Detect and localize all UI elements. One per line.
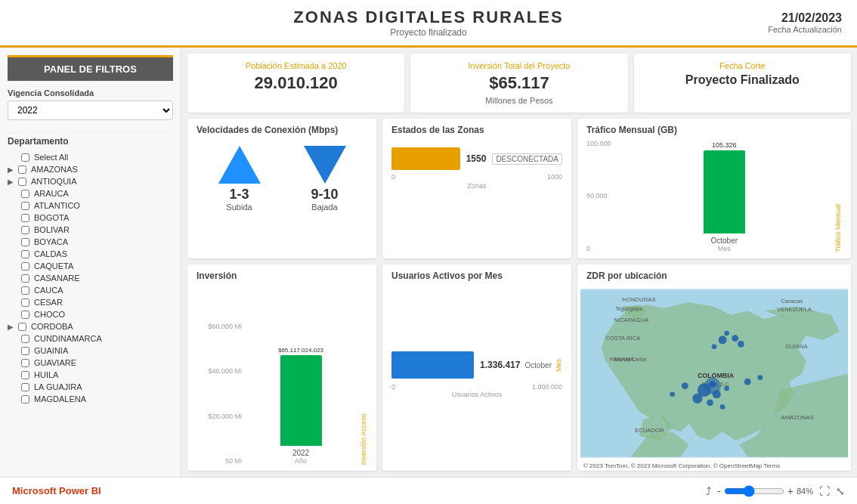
estado-bar-row: 1550 DESCONECTADA (391, 147, 562, 170)
zoom-slider[interactable] (724, 485, 784, 497)
svg-text:Tegucigalpa: Tegucigalpa (615, 306, 642, 312)
velocidades-title: Velocidades de Conexión (Mbps) (196, 125, 367, 135)
vel-subida: 1-3 Subida (218, 146, 261, 212)
subida-value: 1-3 (218, 187, 261, 203)
estados-title: Estados de las Zonas (391, 125, 562, 135)
footer: Microsoft Power BI ⤴ - + 84% ⛶ ⤡ (0, 477, 857, 504)
inversion-card: Inversión $60.000 Mi $40.000 Mi $20.000 … (187, 264, 376, 471)
kpi-fecha: Fecha Corte Proyecto Finalizado (634, 54, 851, 113)
panel-title: PANEL DE FILTROS (8, 55, 173, 81)
fecha-label: Fecha Corte (645, 61, 840, 70)
dept-checkbox[interactable] (21, 371, 29, 379)
dept-item: CAUCA (8, 284, 173, 296)
dept-label: Departamento (8, 136, 173, 147)
content-area: Población Estimada a 2020 29.010.120 Inv… (181, 48, 857, 477)
zoom-value: 84% (797, 487, 813, 496)
velocidades-card: Velocidades de Conexión (Mbps) 1-3 Subid… (187, 119, 376, 258)
dept-item: CALDAS (8, 248, 173, 260)
svg-point-15 (732, 335, 738, 342)
usuarios-bar-row: 1.336.417 October Mes (391, 351, 562, 379)
pbi-link[interactable]: Microsoft Power BI (12, 485, 101, 496)
date-block: 21/02/2023 Fecha Actualización (729, 11, 842, 34)
inversion-label: Inversión Total del Proyecto (421, 61, 617, 70)
axis-start: 0 (391, 173, 395, 181)
dept-checkbox[interactable] (21, 359, 29, 367)
svg-point-16 (724, 330, 729, 335)
dept-checkbox[interactable] (21, 238, 29, 246)
inversion-bar-year: 2022 (292, 449, 309, 457)
dept-name: CASANARE (34, 274, 80, 283)
trafico-y-label: Tráfico Mensual (834, 140, 842, 252)
vigencia-select[interactable]: 2022202120202019 (8, 100, 173, 120)
poblacion-value: 29.010.120 (198, 73, 394, 93)
dept-item: CUNDINAMARCA (8, 332, 173, 345)
dept-checkbox[interactable] (18, 165, 26, 174)
page-title: ZONAS DIGITALES RURALES (128, 8, 729, 27)
dept-checkbox[interactable] (21, 383, 29, 391)
dept-checkbox[interactable] (21, 214, 29, 222)
dept-name: CORDOBA (31, 322, 73, 331)
header: ZONAS DIGITALES RURALES Proyecto finaliz… (0, 0, 857, 48)
usuarios-card: Usuarios Activos por Mes 1.336.417 Octob… (382, 264, 571, 471)
trafico-bar-month: October (710, 237, 738, 245)
trafico-chart-area: 100.000 50.000 0 105.326 October Mes Trá… (586, 140, 842, 252)
estado-bar (391, 147, 460, 170)
usuarios-chart-area: 1.336.417 October Mes 0 1.000.000 Usuari… (391, 286, 562, 465)
dept-checkbox[interactable] (21, 298, 29, 307)
dept-name: GUAINIA (34, 346, 68, 355)
axis-mid: 1000 (547, 173, 562, 181)
dept-item: BOYACA (8, 236, 173, 248)
dept-checkbox[interactable] (21, 286, 29, 295)
trafico-x-label: Mes (718, 245, 731, 252)
dept-checkbox[interactable] (21, 153, 29, 162)
zoom-plus-btn[interactable]: + (787, 485, 794, 497)
svg-point-22 (720, 404, 726, 410)
dept-checkbox[interactable] (18, 323, 26, 331)
dept-name: ARAUCA (34, 189, 69, 198)
dept-checkbox[interactable] (21, 335, 29, 343)
inv-tick-3: $20.000 Mi (196, 413, 242, 420)
dept-checkbox[interactable] (21, 202, 29, 210)
usuarios-axis-start: 0 (391, 383, 395, 391)
zoom-minus-btn[interactable]: - (717, 485, 721, 497)
expand-arrow-icon[interactable]: ▶ (8, 178, 14, 186)
svg-text:GUIANA: GUIANA (785, 343, 808, 350)
dept-checkbox[interactable] (21, 190, 29, 198)
svg-point-23 (692, 393, 702, 403)
dept-checkbox[interactable] (21, 311, 29, 319)
dept-item: CAQUETA (8, 260, 173, 272)
dept-item: ATLANTICO (8, 199, 173, 212)
dept-checkbox[interactable] (18, 178, 26, 186)
expand-arrow-icon[interactable]: ▶ (8, 165, 14, 174)
bajada-value: 9-10 (304, 187, 346, 203)
dept-name: ATLANTICO (34, 201, 80, 210)
kpi-row: Población Estimada a 2020 29.010.120 Inv… (187, 54, 851, 113)
dept-list: Select All▶AMAZONAS▶ANTIOQUIAARAUCAATLAN… (8, 151, 173, 405)
share-icon[interactable]: ⤴ (706, 485, 711, 497)
dept-checkbox[interactable] (21, 250, 29, 258)
expand-arrow-icon[interactable]: ▶ (8, 323, 14, 331)
dept-checkbox[interactable] (21, 262, 29, 271)
sidebar: PANEL DE FILTROS Vigencia Consolidada 20… (0, 48, 181, 477)
svg-text:NICARAGUA: NICARAGUA (614, 316, 649, 323)
svg-point-24 (724, 385, 729, 391)
svg-text:COSTA RICA: COSTA RICA (605, 335, 641, 342)
inversion-value: $65.117 (421, 73, 617, 93)
dept-item: ARAUCA (8, 187, 173, 199)
dept-checkbox[interactable] (21, 395, 29, 404)
svg-point-30 (709, 381, 716, 388)
estado-count: 1550 (466, 153, 487, 164)
arrow-up-icon (218, 146, 261, 184)
trafico-y-50: 50.000 (586, 192, 611, 199)
dept-checkbox[interactable] (21, 274, 29, 283)
dept-checkbox[interactable] (21, 347, 29, 355)
expand-icon[interactable]: ⤡ (836, 485, 845, 497)
svg-text:COLOMBIA: COLOMBIA (698, 371, 735, 379)
fullscreen-icon[interactable]: ⛶ (819, 485, 830, 497)
svg-point-14 (719, 335, 727, 344)
estado-name: DESCONECTADA (492, 153, 562, 165)
page-subtitle: Proyecto finalizado (128, 27, 729, 38)
dept-checkbox[interactable] (21, 226, 29, 234)
svg-text:AMAZONAS: AMAZONAS (781, 414, 814, 421)
main-layout: PANEL DE FILTROS Vigencia Consolidada 20… (0, 48, 857, 477)
